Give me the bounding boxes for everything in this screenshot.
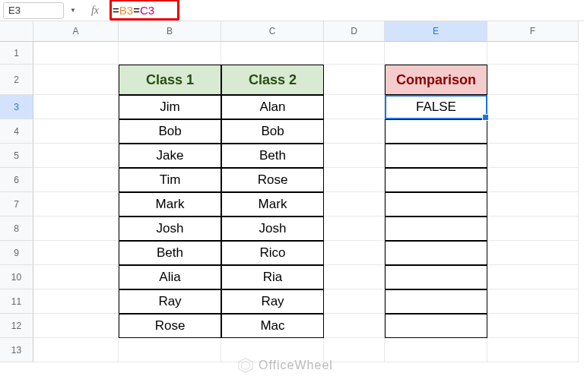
cell-F11[interactable] xyxy=(487,289,579,314)
cell-A8[interactable] xyxy=(33,217,119,241)
cell-F6[interactable] xyxy=(487,168,579,192)
col-header-D[interactable]: D xyxy=(324,21,385,42)
cell-A11[interactable] xyxy=(33,289,119,314)
row-header-9[interactable]: 9 xyxy=(0,241,33,265)
cell-B7[interactable]: Mark xyxy=(119,192,221,217)
cell-A9[interactable] xyxy=(33,241,119,265)
cell-E10[interactable] xyxy=(385,265,487,289)
cell-F7[interactable] xyxy=(487,192,579,217)
cell-A4[interactable] xyxy=(33,119,119,144)
cell-A6[interactable] xyxy=(33,168,119,192)
row-header-10[interactable]: 10 xyxy=(0,265,33,289)
cell-F13[interactable] xyxy=(487,338,579,362)
cell-B1[interactable] xyxy=(119,42,221,65)
cell-C1[interactable] xyxy=(221,42,324,65)
row-header-8[interactable]: 8 xyxy=(0,217,33,241)
cell-A3[interactable] xyxy=(33,95,119,119)
cell-A1[interactable] xyxy=(33,42,119,65)
formula-bar[interactable]: =B3=C3 xyxy=(113,4,584,17)
name-box-dropdown-icon[interactable]: ▼ xyxy=(70,7,76,14)
col-header-E[interactable]: E xyxy=(385,21,487,42)
header-comparison[interactable]: Comparison xyxy=(385,65,487,95)
row-header-12[interactable]: 12 xyxy=(0,314,33,338)
cell-C6[interactable]: Rose xyxy=(221,168,324,192)
cell-A12[interactable] xyxy=(33,314,119,338)
cell-B10[interactable]: Alia xyxy=(119,265,221,289)
row-header-5[interactable]: 5 xyxy=(0,144,33,168)
cell-B11[interactable]: Ray xyxy=(119,289,221,314)
cell-A10[interactable] xyxy=(33,265,119,289)
col-header-A[interactable]: A xyxy=(33,21,119,42)
cell-E3-selected[interactable]: FALSE xyxy=(385,95,487,119)
select-all-corner[interactable] xyxy=(0,21,33,42)
cell-F10[interactable] xyxy=(487,265,579,289)
header-class1[interactable]: Class 1 xyxy=(119,65,221,95)
cell-D10[interactable] xyxy=(324,265,385,289)
name-box[interactable]: E3 xyxy=(3,2,64,19)
cell-C10[interactable]: Ria xyxy=(221,265,324,289)
cell-D4[interactable] xyxy=(324,119,385,144)
cell-D13[interactable] xyxy=(324,338,385,362)
row-header-3[interactable]: 3 xyxy=(0,95,33,119)
cell-D8[interactable] xyxy=(324,217,385,241)
cell-C9[interactable]: Rico xyxy=(221,241,324,265)
cell-D11[interactable] xyxy=(324,289,385,314)
cell-C8[interactable]: Josh xyxy=(221,217,324,241)
cell-B13[interactable] xyxy=(119,338,221,362)
col-header-F[interactable]: F xyxy=(487,21,579,42)
cell-A13[interactable] xyxy=(33,338,119,362)
cell-F5[interactable] xyxy=(487,144,579,168)
cell-C7[interactable]: Mark xyxy=(221,192,324,217)
cell-E8[interactable] xyxy=(385,217,487,241)
cell-B4[interactable]: Bob xyxy=(119,119,221,144)
row-header-13[interactable]: 13 xyxy=(0,338,33,362)
row-header-6[interactable]: 6 xyxy=(0,168,33,192)
cell-E13[interactable] xyxy=(385,338,487,362)
cell-E4[interactable] xyxy=(385,119,487,144)
cell-C4[interactable]: Bob xyxy=(221,119,324,144)
fx-icon[interactable]: fx xyxy=(91,5,99,17)
cell-E6[interactable] xyxy=(385,168,487,192)
cell-D5[interactable] xyxy=(324,144,385,168)
header-class2[interactable]: Class 2 xyxy=(221,65,324,95)
cell-F3[interactable] xyxy=(487,95,579,119)
cell-D2[interactable] xyxy=(324,65,385,95)
cell-B5[interactable]: Jake xyxy=(119,144,221,168)
cell-C11[interactable]: Ray xyxy=(221,289,324,314)
cell-F8[interactable] xyxy=(487,217,579,241)
cell-A2[interactable] xyxy=(33,65,119,95)
cell-C5[interactable]: Beth xyxy=(221,144,324,168)
cell-B6[interactable]: Tim xyxy=(119,168,221,192)
cell-A7[interactable] xyxy=(33,192,119,217)
cell-C3[interactable]: Alan xyxy=(221,95,324,119)
cell-F12[interactable] xyxy=(487,314,579,338)
cell-F9[interactable] xyxy=(487,241,579,265)
cell-A5[interactable] xyxy=(33,144,119,168)
cell-E7[interactable] xyxy=(385,192,487,217)
row-header-11[interactable]: 11 xyxy=(0,289,33,314)
cell-D3[interactable] xyxy=(324,95,385,119)
col-header-C[interactable]: C xyxy=(221,21,324,42)
cell-D7[interactable] xyxy=(324,192,385,217)
cell-E5[interactable] xyxy=(385,144,487,168)
col-header-B[interactable]: B xyxy=(119,21,221,42)
row-header-4[interactable]: 4 xyxy=(0,119,33,144)
row-header-2[interactable]: 2 xyxy=(0,65,33,95)
cell-E12[interactable] xyxy=(385,314,487,338)
cell-D9[interactable] xyxy=(324,241,385,265)
row-header-7[interactable]: 7 xyxy=(0,192,33,217)
cell-F1[interactable] xyxy=(487,42,579,65)
cell-C12[interactable]: Mac xyxy=(221,314,324,338)
cell-B3[interactable]: Jim xyxy=(119,95,221,119)
cell-E11[interactable] xyxy=(385,289,487,314)
cell-B8[interactable]: Josh xyxy=(119,217,221,241)
cell-D1[interactable] xyxy=(324,42,385,65)
cell-B9[interactable]: Beth xyxy=(119,241,221,265)
cell-E9[interactable] xyxy=(385,241,487,265)
cell-E1[interactable] xyxy=(385,42,487,65)
cell-D12[interactable] xyxy=(324,314,385,338)
cell-D6[interactable] xyxy=(324,168,385,192)
row-header-1[interactable]: 1 xyxy=(0,42,33,65)
cell-B12[interactable]: Rose xyxy=(119,314,221,338)
cell-F2[interactable] xyxy=(487,65,579,95)
